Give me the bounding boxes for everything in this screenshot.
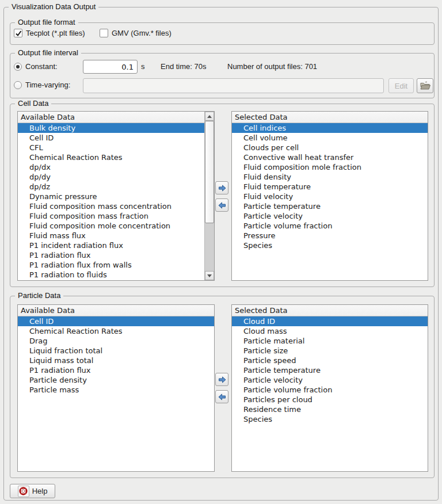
list-item[interactable]: Fluid velocity — [232, 192, 428, 201]
output-file-interval-group: Output file interval Constant: s End tim… — [10, 53, 435, 98]
list-item[interactable]: Cloud mass — [232, 326, 428, 336]
list-item[interactable]: Particle speed — [232, 356, 428, 365]
constant-interval-input[interactable] — [83, 60, 138, 74]
list-item[interactable]: Dynamic pressure — [18, 192, 204, 201]
interval-unit-label: s — [141, 62, 145, 71]
tecplot-checkbox[interactable] — [14, 29, 22, 37]
list-item[interactable]: CFL — [18, 143, 204, 152]
cell-selected-rows: Cell indicesCell volumeClouds per cellCo… — [232, 123, 428, 280]
time-varying-input[interactable] — [83, 78, 384, 93]
list-item[interactable]: Particle volume fraction — [232, 221, 428, 231]
list-item[interactable]: Pressure — [232, 231, 428, 240]
list-item[interactable]: Particle size — [232, 346, 428, 356]
list-item[interactable]: Chemical Reaction Rates — [18, 152, 204, 162]
particle-selected-rows: Cloud IDCloud massParticle materialParti… — [232, 316, 428, 471]
list-item[interactable]: Species — [232, 240, 428, 250]
list-item[interactable]: Cloud ID — [232, 316, 428, 326]
list-item[interactable]: Particle material — [232, 336, 428, 346]
list-item[interactable]: Species — [232, 414, 428, 424]
list-item[interactable]: Cell ID — [18, 316, 214, 326]
list-item[interactable]: dp/dz — [18, 182, 204, 192]
list-item[interactable]: P1 radiation flux from walls — [18, 260, 204, 270]
output-file-interval-title: Output file interval — [15, 48, 81, 57]
list-item[interactable]: Particle velocity — [232, 211, 428, 221]
list-item[interactable]: Fluid temperature — [232, 182, 428, 192]
list-item[interactable]: Fluid composition mole concentration — [18, 221, 204, 231]
particle-available-header[interactable]: Available Data — [18, 305, 214, 316]
list-item[interactable]: Particle volume fraction — [232, 385, 428, 395]
list-item[interactable]: Particle mass — [18, 385, 214, 395]
list-item[interactable]: Cell indices — [232, 123, 428, 133]
list-item[interactable]: P1 radiation flux — [18, 250, 204, 260]
list-item[interactable]: Particle temperature — [232, 365, 428, 375]
particle-selected-header[interactable]: Selected Data — [232, 305, 428, 316]
list-item[interactable]: Clouds per cell — [232, 143, 428, 152]
group-title: Visualization Data Output — [9, 2, 98, 11]
particle-available-rows: Cell IDChemical Reaction RatesDragLiquid… — [18, 316, 214, 471]
output-file-format-title: Output file format — [15, 18, 78, 26]
end-time-label: End time: 70s — [161, 62, 207, 71]
particle-add-button[interactable] — [215, 373, 228, 386]
list-item[interactable]: Fluid composition mass concentration — [18, 201, 204, 211]
edit-button[interactable]: Edit — [388, 78, 414, 93]
list-item[interactable]: P1 radiation flux — [18, 365, 214, 375]
triangle-up-icon — [207, 115, 212, 118]
list-item[interactable]: Drag — [18, 336, 214, 346]
gmv-checkbox-label: GMV (Gmv.* files) — [112, 29, 172, 37]
open-file-button[interactable] — [417, 78, 433, 93]
visualization-data-output-group: Visualization Data Output Output file fo… — [3, 7, 439, 501]
cell-available-header[interactable]: Available Data — [18, 112, 204, 123]
help-button-label: Help — [32, 487, 48, 495]
list-item[interactable]: Chemical Reaction Rates — [18, 326, 214, 336]
list-item[interactable]: Particles per cloud — [232, 395, 428, 404]
cell-data-group: Cell Data Available Data Bulk densityCel… — [10, 104, 435, 287]
list-item[interactable]: Cell volume — [232, 133, 428, 143]
help-button[interactable]: Help — [10, 484, 55, 498]
list-item[interactable]: Particle density — [18, 375, 214, 385]
cell-available-scrollbar[interactable] — [204, 112, 214, 280]
constant-radio[interactable] — [14, 63, 22, 71]
particle-data-title: Particle Data — [15, 291, 63, 300]
tecplot-checkbox-label: Tecplot (*.plt files) — [26, 29, 85, 37]
arrow-right-icon — [218, 184, 227, 193]
list-item[interactable]: Fluid composition mass fraction — [18, 211, 204, 221]
arrow-left-icon — [218, 201, 227, 210]
list-item[interactable]: Fluid mass flux — [18, 231, 204, 240]
list-item[interactable]: P1 incident radiation flux — [18, 240, 204, 250]
visualization-data-output-panel: Visualization Data Output Output file fo… — [0, 0, 442, 504]
scroll-up-button[interactable] — [205, 112, 214, 121]
cell-available-rows: Bulk densityCell IDCFLChemical Reaction … — [18, 123, 204, 280]
scroll-down-button[interactable] — [205, 271, 214, 280]
output-file-count-label: Number of output files: 701 — [227, 62, 317, 71]
arrow-right-icon — [218, 375, 227, 384]
list-item[interactable]: dp/dx — [18, 162, 204, 172]
cell-remove-button[interactable] — [215, 198, 228, 212]
list-item[interactable]: Cell ID — [18, 133, 204, 143]
particle-available-list: Available Data Cell IDChemical Reaction … — [17, 304, 215, 472]
list-item[interactable]: P1 radiation to fluids — [18, 270, 204, 280]
list-item[interactable]: Particle velocity — [232, 375, 428, 385]
list-item[interactable]: dp/dy — [18, 172, 204, 182]
triangle-down-icon — [207, 274, 212, 277]
gmv-checkbox[interactable] — [100, 29, 108, 37]
list-item[interactable]: Residence time — [232, 404, 428, 414]
list-item[interactable]: Liquid mass total — [18, 356, 214, 365]
list-item[interactable]: Particle temperature — [232, 201, 428, 211]
particle-data-group: Particle Data Available Data Cell IDChem… — [10, 296, 435, 478]
particle-selected-list: Selected Data Cloud IDCloud massParticle… — [231, 304, 428, 472]
list-item[interactable]: Fluid density — [232, 172, 428, 182]
list-item[interactable]: Liquid fraction total — [18, 346, 214, 356]
list-item[interactable]: Convective wall heat transfer — [232, 152, 428, 162]
scrollbar-thumb[interactable] — [205, 121, 214, 223]
list-item[interactable]: Bulk density — [18, 123, 204, 133]
cell-selected-list: Selected Data Cell indicesCell volumeClo… — [231, 111, 428, 281]
cell-add-button[interactable] — [215, 181, 228, 194]
time-varying-radio[interactable] — [14, 81, 22, 89]
cell-data-title: Cell Data — [15, 99, 51, 108]
particle-remove-button[interactable] — [215, 390, 228, 403]
output-file-format-group: Output file format Tecplot (*.plt files)… — [10, 22, 435, 45]
cell-selected-header[interactable]: Selected Data — [232, 112, 428, 123]
constant-radio-label: Constant: — [25, 62, 58, 71]
open-folder-icon — [420, 81, 431, 91]
list-item[interactable]: Fluid composition mole fraction — [232, 162, 428, 172]
